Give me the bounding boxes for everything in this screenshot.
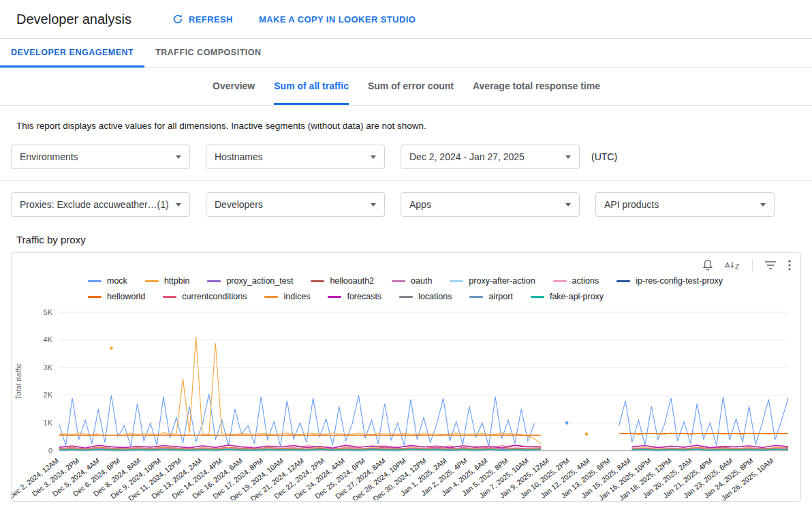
legend-item-ip-res-config-test-proxy[interactable]: ip-res-config-test-proxy [616, 276, 723, 286]
legend-item-actions[interactable]: actions [553, 276, 599, 286]
legend-label: helloworld [107, 292, 145, 301]
chevron-down-icon [371, 203, 376, 207]
api-products-dropdown[interactable]: API products [595, 192, 775, 217]
legend-item-forecasts[interactable]: forecasts [328, 292, 381, 301]
tab-traffic-composition[interactable]: TRAFFIC COMPOSITION [144, 39, 284, 67]
series-line-httpbin [59, 337, 788, 444]
dropdown-label: Environments [20, 151, 78, 162]
legend-label: httpbin [164, 276, 190, 286]
chart-toolbar: A Z [702, 259, 791, 271]
proxies-dropdown[interactable]: Proxies: Exclude accuweather…(1) [11, 192, 190, 217]
refresh-button[interactable]: REFRESH [172, 14, 233, 25]
more-vert-icon[interactable] [788, 260, 791, 271]
dropdown-label: Dec 2, 2024 - Jan 27, 2025 [409, 151, 525, 162]
legend-label: locations [418, 292, 452, 301]
legend-item-currentconditions[interactable]: currentconditions [163, 292, 247, 301]
chevron-down-icon [176, 155, 181, 159]
y-tick-label: 2K [44, 391, 53, 399]
legend-label: fake-api-proxy [550, 292, 604, 301]
legend-swatch [616, 280, 630, 282]
bell-icon[interactable] [702, 259, 713, 271]
series-line-mock [59, 394, 788, 447]
y-tick-label: 5K [44, 308, 53, 316]
legend-item-mock[interactable]: mock [88, 276, 127, 286]
dropdown-label: Proxies: Exclude accuweather…(1) [20, 199, 169, 210]
legend-label: hellooauth2 [330, 276, 374, 286]
make-copy-label: MAKE A COPY IN LOOKER STUDIO [259, 14, 416, 25]
legend-label: ip-res-config-test-proxy [636, 276, 723, 286]
page-title: Developer analysis [16, 12, 131, 27]
chart-legend: mockhttpbinproxy_action_testhellooauth2o… [88, 276, 787, 301]
legend-swatch [392, 280, 405, 282]
app-header: Developer analysis REFRESH MAKE A COPY I… [0, 0, 812, 39]
traffic-by-proxy-chart[interactable]: 01K2K3K4K5KTotal trafficDec 2, 2024, 12A… [12, 303, 800, 500]
sort-az-icon[interactable]: A Z [725, 260, 740, 271]
date-range-dropdown[interactable]: Dec 2, 2024 - Jan 27, 2025 [401, 145, 580, 169]
toolbar-divider [752, 259, 753, 271]
subtab-sum-of-all-traffic[interactable]: Sum of all traffic [274, 68, 349, 105]
legend-item-proxy-after-action[interactable]: proxy-after-action [450, 276, 535, 286]
metric-tabbar: Overview Sum of all traffic Sum of error… [0, 68, 812, 106]
legend-label: forecasts [347, 292, 381, 301]
filter-row-1: Environments Hostnames Dec 2, 2024 - Jan… [0, 131, 812, 169]
developers-dropdown[interactable]: Developers [206, 192, 385, 217]
legend-label: currentconditions [182, 292, 247, 301]
refresh-icon [172, 14, 183, 25]
legend-item-httpbin[interactable]: httpbin [145, 276, 190, 286]
legend-label: airport [488, 292, 512, 301]
legend-item-fake-api-proxy[interactable]: fake-api-proxy [531, 292, 604, 301]
data-point [565, 421, 569, 425]
tab-developer-engagement[interactable]: DEVELOPER ENGAGEMENT [0, 39, 144, 67]
dropdown-label: Hostnames [215, 151, 263, 162]
svg-text:A: A [725, 261, 730, 269]
legend-label: mock [107, 276, 127, 286]
legend-item-locations[interactable]: locations [399, 292, 452, 301]
hostnames-dropdown[interactable]: Hostnames [206, 145, 385, 169]
chevron-down-icon [371, 155, 376, 159]
legend-item-hellooauth2[interactable]: hellooauth2 [311, 276, 374, 286]
refresh-label: REFRESH [189, 14, 233, 25]
legend-label: indices [283, 292, 310, 301]
legend-item-indices[interactable]: indices [264, 292, 310, 301]
header-actions: REFRESH MAKE A COPY IN LOOKER STUDIO [172, 14, 416, 25]
chevron-down-icon [565, 155, 571, 159]
legend-swatch [399, 296, 413, 298]
legend-swatch [311, 280, 324, 282]
legend-label: proxy-after-action [469, 276, 535, 286]
legend-item-helloworld[interactable]: helloworld [88, 292, 145, 301]
subtab-overview[interactable]: Overview [213, 68, 255, 105]
data-point [585, 432, 589, 436]
legend-label: proxy_action_test [226, 276, 293, 286]
timezone-label: (UTC) [591, 151, 617, 162]
legend-swatch [163, 296, 176, 298]
legend-swatch [207, 280, 221, 282]
chart-title: Traffic by proxy [0, 234, 812, 245]
chevron-down-icon [565, 203, 571, 207]
subtab-sum-of-error-count[interactable]: Sum of error count [368, 68, 454, 105]
legend-swatch [88, 280, 102, 282]
dropdown-label: Apps [409, 199, 431, 210]
legend-label: oauth [411, 276, 432, 286]
traffic-chart-card: A Z mockhttpbinproxy_action_testhellooau… [11, 252, 801, 502]
legend-item-airport[interactable]: airport [469, 292, 512, 301]
subtab-average-total-response-time[interactable]: Average total response time [473, 68, 600, 105]
legend-swatch [145, 280, 159, 282]
y-axis-title: Total traffic [14, 363, 22, 400]
make-copy-link[interactable]: MAKE A COPY IN LOOKER STUDIO [259, 14, 416, 25]
report-notice: This report displays active values for a… [0, 106, 812, 131]
series-line-fake-api-proxy [59, 450, 788, 451]
legend-item-oauth[interactable]: oauth [392, 276, 432, 286]
legend-item-proxy_action_test[interactable]: proxy_action_test [207, 276, 293, 286]
dropdown-label: Developers [215, 199, 263, 210]
legend-swatch [328, 296, 341, 298]
chevron-down-icon [760, 203, 766, 207]
legend-label: actions [572, 276, 599, 286]
legend-swatch [264, 296, 278, 298]
y-tick-label: 1K [44, 419, 53, 427]
chevron-down-icon [176, 203, 181, 207]
filter-icon[interactable] [764, 260, 777, 270]
dropdown-label: API products [604, 199, 659, 210]
environments-dropdown[interactable]: Environments [11, 145, 190, 169]
apps-dropdown[interactable]: Apps [401, 192, 580, 217]
svg-text:Z: Z [735, 263, 739, 271]
